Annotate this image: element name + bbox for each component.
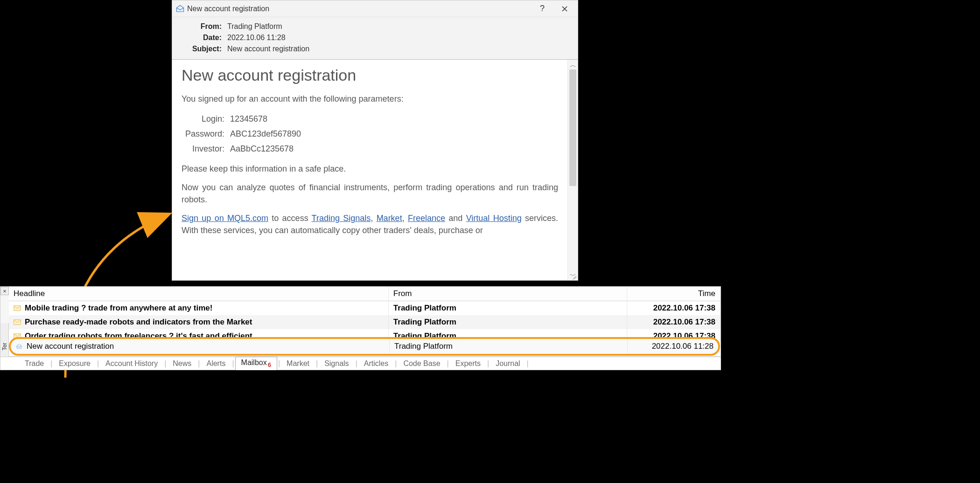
mail-unread-icon: [14, 305, 21, 311]
tab-signals[interactable]: Signals: [319, 358, 354, 369]
tab-market[interactable]: Market: [281, 358, 315, 369]
from-label: From:: [180, 21, 222, 32]
scroll-up-icon[interactable]: ︿: [570, 60, 576, 69]
body-intro: You signed up for an account with the fo…: [182, 93, 558, 105]
vertical-scrollbar[interactable]: ︿ ﹀: [567, 60, 578, 280]
tab-articles[interactable]: Articles: [358, 358, 394, 369]
tab-experts[interactable]: Experts: [450, 358, 486, 369]
link-signup[interactable]: Sign up on MQL5.com: [182, 214, 268, 223]
tab-code-base[interactable]: Code Base: [398, 358, 446, 369]
svg-rect-1: [14, 320, 21, 325]
mail-open-icon: [176, 5, 184, 13]
from: Trading Platform: [390, 339, 628, 354]
mail-open-icon: [15, 344, 23, 349]
tab-news[interactable]: News: [167, 358, 197, 369]
time: 2022.10.06 17:38: [627, 315, 720, 329]
tab-journal[interactable]: Journal: [490, 358, 525, 369]
time: 2022.10.06 11:28: [628, 339, 718, 354]
password-label: Password:: [182, 126, 224, 141]
date-label: Date:: [180, 32, 222, 43]
investor-value: AaBbCc1235678: [230, 141, 294, 156]
scroll-track[interactable]: [568, 69, 578, 270]
body-keep-safe: Please keep this information in a safe p…: [182, 163, 558, 175]
terminal-panel: × Ter Headline From Time Mobile trading …: [0, 286, 721, 370]
from: Trading Platform: [388, 315, 627, 329]
scroll-thumb[interactable]: [569, 69, 576, 186]
headline: Purchase ready-made robots and indicator…: [25, 317, 252, 326]
help-button[interactable]: ?: [538, 4, 547, 14]
mail-row[interactable]: Mobile trading ? trade from anywhere at …: [9, 301, 721, 316]
login-label: Login:: [182, 111, 224, 126]
grid-header-row: Headline From Time: [9, 287, 721, 301]
from: Trading Platform: [388, 301, 627, 316]
link-market[interactable]: Market: [377, 214, 402, 223]
dialog-title: New account registration: [184, 5, 538, 13]
login-value: 12345678: [230, 111, 267, 126]
link-trading-signals[interactable]: Trading Signals: [312, 214, 371, 223]
message-dialog: New account registration ? From:Trading …: [172, 0, 578, 281]
body-links-paragraph: Sign up on MQL5.com to access Trading Si…: [182, 212, 558, 236]
terminal-tabs: Trade| Exposure| Account History| News| …: [0, 357, 721, 370]
subject-value: New account registration: [227, 43, 309, 55]
mail-unread-icon: [14, 319, 21, 325]
date-value: 2022.10.06 11:28: [227, 32, 286, 43]
headline: New account registration: [27, 342, 114, 351]
link-freelance[interactable]: Freelance: [408, 214, 445, 223]
resize-grip[interactable]: [570, 273, 577, 279]
password-value: ABC123def567890: [230, 126, 301, 141]
tab-trade[interactable]: Trade: [19, 358, 49, 369]
col-headline[interactable]: Headline: [9, 287, 388, 301]
body-now-text: Now you can analyze quotes of financial …: [182, 181, 558, 206]
subject-label: Subject:: [180, 43, 222, 55]
col-from[interactable]: From: [388, 287, 627, 301]
close-button[interactable]: [560, 4, 569, 14]
col-time[interactable]: Time: [627, 287, 720, 301]
tab-mailbox[interactable]: Mailbox6: [235, 357, 277, 370]
link-virtual-hosting[interactable]: Virtual Hosting: [466, 214, 522, 223]
tab-account-history[interactable]: Account History: [100, 358, 163, 369]
message-body: New account registration You signed up f…: [172, 60, 567, 280]
panel-close-button[interactable]: ×: [0, 287, 9, 295]
from-value: Trading Platform: [227, 21, 282, 32]
mail-row[interactable]: Purchase ready-made robots and indicator…: [9, 315, 721, 329]
body-heading: New account registration: [182, 66, 558, 84]
mailbox-badge: 6: [268, 361, 271, 368]
time: 2022.10.06 17:38: [627, 301, 720, 316]
tab-exposure[interactable]: Exposure: [53, 358, 96, 369]
close-icon: [561, 6, 568, 12]
svg-rect-0: [14, 306, 21, 311]
investor-label: Investor:: [182, 141, 224, 156]
dialog-titlebar[interactable]: New account registration ?: [172, 0, 578, 17]
headline: Mobile trading ? trade from anywhere at …: [25, 304, 212, 312]
selected-mail-row[interactable]: New account registration Trading Platfor…: [9, 337, 720, 356]
message-header: From:Trading Platform Date:2022.10.06 11…: [172, 17, 578, 60]
tab-alerts[interactable]: Alerts: [201, 358, 231, 369]
